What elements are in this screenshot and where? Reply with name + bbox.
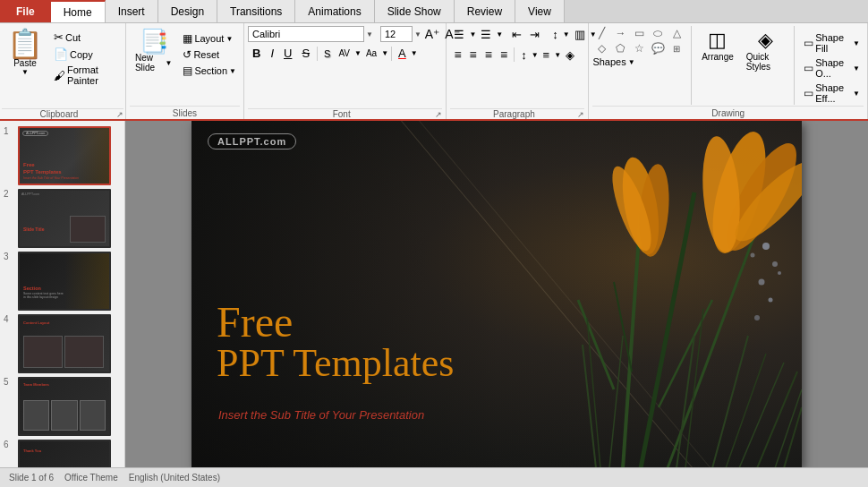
slide-panel: 1 ALLPPT.com Free PPT Templates Insert t… <box>0 121 125 467</box>
shape-diamond[interactable]: ◇ <box>592 41 610 56</box>
svg-point-25 <box>772 261 778 267</box>
slide-thumb-6[interactable]: 6 Thank You Some person running <box>4 440 121 467</box>
font-family-input[interactable] <box>248 26 364 42</box>
svg-point-29 <box>778 271 781 275</box>
slide-info: Slide 1 of 6 <box>9 473 54 483</box>
tab-view[interactable]: View <box>515 0 565 22</box>
arrange-button[interactable]: ◫ Arrange <box>697 26 738 64</box>
new-slide-button[interactable]: 📑 New Slide ▼ <box>130 26 177 76</box>
text-shadow-button[interactable]: S <box>320 47 334 61</box>
reset-button[interactable]: ↺ Reset <box>179 47 240 62</box>
tab-insert[interactable]: Insert <box>106 0 158 22</box>
svg-line-11 <box>712 336 748 468</box>
align-right-button[interactable]: ≡ <box>481 46 496 64</box>
shape-triangle[interactable]: △ <box>668 26 685 40</box>
svg-point-28 <box>754 315 760 320</box>
shape-effects-button[interactable]: ▭ Shape Eff... ▼ <box>800 81 864 105</box>
case-button[interactable]: Aa <box>362 47 380 60</box>
shape-oval[interactable]: ⬭ <box>649 26 667 40</box>
v-separator2 <box>794 26 795 105</box>
slide-subtitle[interactable]: Insert the Sub Title of Your Presentatio… <box>218 408 424 422</box>
layout-button[interactable]: ▦ Layout ▼ <box>179 31 240 46</box>
slide-thumb-4[interactable]: 4 Content Layout <box>4 314 121 373</box>
slide-title-line2: PPT Templates <box>217 344 454 383</box>
convert-smartart-button[interactable]: ◈ <box>562 47 578 64</box>
align-text-button[interactable]: ≡ <box>540 47 554 64</box>
align-center-button[interactable]: ≡ <box>466 46 481 64</box>
svg-line-13 <box>739 363 784 468</box>
svg-point-24 <box>762 243 770 250</box>
shape-fill-button[interactable]: ▭ Shape Fill ▼ <box>800 31 864 55</box>
svg-line-8 <box>609 336 623 468</box>
svg-line-12 <box>726 354 766 468</box>
shape-pentagon[interactable]: ⬠ <box>611 41 629 56</box>
tab-transitions[interactable]: Transitions <box>217 0 295 22</box>
svg-line-4 <box>614 282 632 372</box>
status-bar: Slide 1 of 6 Office Theme English (Unite… <box>0 467 868 487</box>
justify-button[interactable]: ≡ <box>497 46 511 64</box>
align-left-button[interactable]: ≡ <box>450 46 464 64</box>
svg-point-27 <box>769 297 773 302</box>
shapes-label: Shapes <box>592 56 625 67</box>
paragraph-group: ☰ ▼ ☰ ▼ ⇤ ⇥ ↕ ▼ ▥ ▼ ≡ ≡ ≡ ≡ <box>447 23 589 119</box>
section-button[interactable]: ▤ Section ▼ <box>179 64 240 78</box>
character-spacing-button[interactable]: AV <box>335 47 353 60</box>
increase-indent-button[interactable]: ⇥ <box>526 26 543 43</box>
canvas-area: ALLPPT.com Free PPT Templates Insert the… <box>125 121 868 467</box>
svg-line-6 <box>583 345 596 468</box>
slide-number-1: 1 <box>4 126 14 136</box>
shape-callout[interactable]: 💬 <box>649 41 667 56</box>
slides-group: 📑 New Slide ▼ ▦ Layout ▼ ↺ Reset <box>126 23 244 119</box>
font-size-input[interactable] <box>380 26 413 42</box>
svg-point-30 <box>751 252 755 257</box>
quick-styles-button[interactable]: ◈ Quick Styles <box>742 26 789 74</box>
font-group: ▼ ▼ A⁺ A⁻ B I U S S AV ▼ Aa ▼ <box>244 23 447 119</box>
underline-button[interactable]: U <box>279 45 296 62</box>
italic-button[interactable]: I <box>266 45 278 62</box>
svg-line-5 <box>659 300 712 407</box>
slide-thumb-1[interactable]: 1 ALLPPT.com Free PPT Templates Insert t… <box>4 126 121 185</box>
tab-file[interactable]: File <box>0 0 51 22</box>
shape-rect[interactable]: ▭ <box>630 26 648 40</box>
increase-font-button[interactable]: A⁺ <box>423 26 441 42</box>
slide-number-4: 4 <box>4 314 14 324</box>
slide-canvas[interactable]: ALLPPT.com Free PPT Templates Insert the… <box>191 121 802 467</box>
paste-button[interactable]: 📋 Paste ▼ <box>2 26 48 80</box>
slide-thumb-2[interactable]: 2 ALLPPT.com Slide Title <box>4 189 121 248</box>
tab-home[interactable]: Home <box>51 0 106 22</box>
numbering-button[interactable]: ☰ <box>477 26 495 43</box>
clipboard-group: 📋 Paste ▼ ✂ Cut 📄 Copy 🖌 Format <box>0 23 126 119</box>
font-color-button[interactable]: A <box>395 45 410 62</box>
bullets-button[interactable]: ☰ <box>450 26 468 43</box>
copy-button[interactable]: 📄 Copy <box>50 47 123 62</box>
slide-title[interactable]: Free PPT Templates <box>217 301 454 383</box>
v-separator <box>691 26 692 105</box>
slide-number-5: 5 <box>4 377 14 387</box>
drawing-group: ╱ → ▭ ⬭ △ ◇ ⬠ ☆ 💬 ⊞ Shapes ▼ <box>589 23 868 119</box>
brand-logo: ALLPPT.com <box>208 133 296 150</box>
slide-thumb-3[interactable]: 3 Section Some content text goes here in… <box>4 252 121 311</box>
bold-button[interactable]: B <box>248 45 265 62</box>
shape-line[interactable]: ╱ <box>592 26 610 40</box>
shape-outline-button[interactable]: ▭ Shape O... ▼ <box>800 56 864 80</box>
line-spacing-button[interactable]: ↕ <box>549 26 562 43</box>
tab-animations[interactable]: Animations <box>295 0 374 22</box>
slide-number-6: 6 <box>4 440 14 449</box>
slide-thumb-5[interactable]: 5 Team Members <box>4 377 121 436</box>
tab-slideshow[interactable]: Slide Show <box>375 0 455 22</box>
tab-review[interactable]: Review <box>455 0 515 22</box>
cut-button[interactable]: ✂ Cut <box>50 30 123 45</box>
strikethrough-button[interactable]: S <box>297 45 314 62</box>
svg-point-26 <box>759 278 765 285</box>
columns-button[interactable]: ▥ <box>571 26 589 43</box>
shape-star[interactable]: ☆ <box>630 41 648 56</box>
tab-design[interactable]: Design <box>158 0 217 22</box>
text-direction-button[interactable]: ↕ <box>517 47 531 64</box>
slide-number-2: 2 <box>4 189 14 199</box>
slide-title-line1: Free <box>217 301 454 344</box>
format-painter-button[interactable]: 🖌 Format Painter <box>50 64 123 87</box>
decrease-indent-button[interactable]: ⇤ <box>508 26 525 43</box>
shape-arrow[interactable]: → <box>611 26 629 40</box>
shape-scroll[interactable]: ⊞ <box>668 41 685 56</box>
language-info: English (United States) <box>129 473 220 483</box>
